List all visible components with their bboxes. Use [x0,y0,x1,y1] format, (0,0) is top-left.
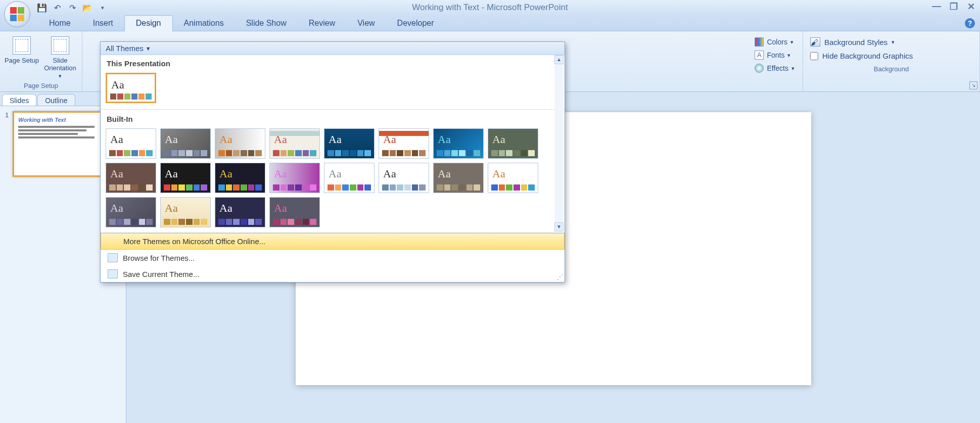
help-icon[interactable]: ? [965,18,975,28]
chevron-down-icon: ▼ [146,45,151,52]
hide-bg-graphics-check[interactable]: Hide Background Graphics [810,52,972,60]
theme-aa-icon: Aa [110,167,123,180]
theme-effects-label: Effects [767,64,788,72]
theme-swatch [273,184,316,191]
tab-developer[interactable]: Developer [386,16,445,31]
theme-thumbnail[interactable]: Aa [269,197,320,227]
theme-thumbnail[interactable]: Aa [433,163,484,193]
maximize-button[interactable]: ❐ [948,1,960,11]
save-theme-icon [108,269,118,278]
undo-icon[interactable]: ↶ [51,1,64,14]
section-built-in: Built-In [101,111,565,125]
tab-home[interactable]: Home [38,16,82,31]
close-button[interactable]: ✕ [965,1,977,11]
pane-tab-outline[interactable]: Outline [37,94,75,106]
more-themes-online-item[interactable]: More Themes on Microsoft Office Online..… [101,233,565,250]
theme-thumbnail[interactable]: Aa [215,197,265,227]
theme-thumbnail[interactable]: Aa [106,163,156,193]
theme-aa-icon: Aa [274,133,287,146]
scroll-down-icon[interactable]: ▼ [554,222,564,231]
theme-thumbnail[interactable]: Aa [106,73,156,103]
hide-bg-graphics-checkbox[interactable] [810,52,818,60]
theme-swatch [109,150,153,156]
page-setup-icon [13,36,31,55]
tab-view[interactable]: View [346,16,386,31]
theme-thumbnail[interactable]: Aa [106,197,156,227]
theme-thumbnail[interactable]: Aa [324,163,375,193]
theme-swatch [273,150,316,156]
theme-thumbnail[interactable]: Aa [488,128,538,159]
theme-aa-icon: Aa [110,202,123,215]
theme-aa-icon: Aa [274,202,287,215]
slide-orientation-button[interactable]: Slide Orientation [42,33,78,79]
theme-thumbnail[interactable]: Aa [160,163,211,193]
save-current-theme-label: Save Current Theme... [123,270,199,278]
theme-thumbnail[interactable]: Aa [269,128,320,159]
theme-swatch [382,184,426,191]
theme-aa-icon: Aa [219,133,232,146]
theme-thumbnail[interactable]: Aa [488,163,538,193]
hide-bg-graphics-label: Hide Background Graphics [822,52,913,60]
colors-icon [755,37,764,46]
themes-scrollbar[interactable]: ▲ ▼ [554,55,564,231]
theme-grid-this-presentation: Aa [101,70,565,108]
pane-tab-slides[interactable]: Slides [2,94,36,106]
resize-grip-icon[interactable]: ⋰ [557,273,563,280]
theme-aa-icon: Aa [111,78,124,91]
theme-swatch [164,184,207,191]
theme-aa-icon: Aa [219,202,232,215]
save-icon[interactable]: 💾 [35,1,49,14]
browse-for-themes-item[interactable]: Browse for Themes... [101,250,565,266]
tab-insert[interactable]: Insert [82,16,124,31]
theme-aa-icon: Aa [329,133,342,146]
tab-review[interactable]: Review [298,16,346,31]
theme-swatch [437,184,480,191]
tab-slide-show[interactable]: Slide Show [235,16,298,31]
theme-swatch [109,184,153,191]
open-icon[interactable]: 📂 [81,1,94,14]
theme-effects-button[interactable]: Effects [753,63,797,74]
save-current-theme-item[interactable]: Save Current Theme... [101,266,565,282]
themes-panel-menu: More Themes on Microsoft Office Online..… [101,232,565,282]
background-styles-button[interactable]: 🖌 Background Styles [810,37,972,46]
minimize-button[interactable]: — [930,1,943,11]
scroll-track[interactable] [554,64,564,222]
theme-thumbnail[interactable]: Aa [106,128,156,159]
theme-aa-icon: Aa [165,133,178,146]
theme-aa-icon: Aa [329,167,342,180]
theme-thumbnail[interactable]: Aa [269,163,320,193]
theme-thumbnail[interactable]: Aa [215,128,265,159]
theme-swatch [218,150,262,156]
theme-thumbnail[interactable]: Aa [324,128,375,159]
tab-design[interactable]: Design [124,15,173,31]
thumbnail-title: Working with Text [18,117,103,123]
theme-swatch [273,219,316,225]
fonts-icon: A [755,51,764,60]
theme-fonts-button[interactable]: A Fonts [753,50,797,61]
scroll-up-icon[interactable]: ▲ [554,55,564,64]
office-button[interactable] [4,1,30,27]
theme-colors-button[interactable]: Colors [753,36,797,48]
tab-animations[interactable]: Animations [173,16,235,31]
theme-thumbnail[interactable]: Aa [160,128,211,159]
redo-icon[interactable]: ↷ [66,1,79,14]
slide-orientation-label: Slide Orientation [44,57,76,72]
qat-customize-icon[interactable]: ▾ [96,1,109,14]
quick-access-toolbar: 💾 ↶ ↷ 📂 ▾ [35,1,109,14]
theme-aa-icon: Aa [438,133,451,146]
theme-thumbnail[interactable]: Aa [215,163,265,193]
background-dialog-launcher[interactable]: ↘ [969,81,977,89]
theme-swatch [382,150,426,156]
ribbon-tab-strip: Home Insert Design Animations Slide Show… [0,15,980,31]
theme-thumbnail[interactable]: Aa [379,128,429,159]
theme-thumbnail[interactable]: Aa [433,128,484,159]
thumbnail-number: 1 [5,111,9,177]
theme-aa-icon: Aa [438,167,451,180]
theme-thumbnail[interactable]: Aa [160,197,211,227]
theme-swatch [328,184,371,191]
page-setup-button[interactable]: Page Setup [4,33,39,64]
theme-aa-icon: Aa [219,167,232,180]
themes-panel-header[interactable]: All Themes ▼ [101,42,565,55]
theme-aa-icon: Aa [110,133,123,146]
theme-thumbnail[interactable]: Aa [379,163,429,193]
